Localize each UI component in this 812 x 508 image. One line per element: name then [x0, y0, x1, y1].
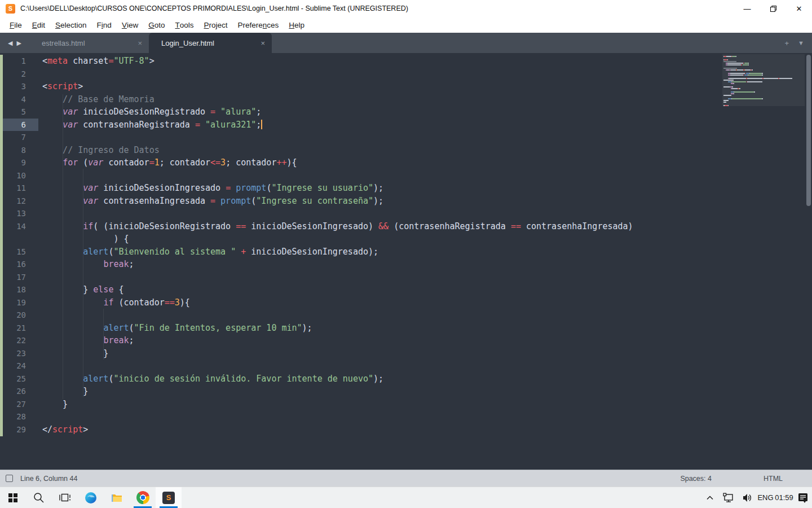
code-line[interactable]: 19 if (contador==3){	[0, 296, 812, 309]
code-line[interactable]: 18 } else {	[0, 283, 812, 296]
tab-estrellas[interactable]: estrellas.html ×	[29, 33, 149, 53]
indent-setting[interactable]: Spaces: 4	[680, 475, 712, 483]
code-line[interactable]: 5 var inicioDeSesionRegistrado = "alura"…	[0, 106, 812, 119]
line-number[interactable]: 13	[0, 207, 38, 220]
line-number[interactable]: 29	[0, 423, 38, 436]
menu-preferences[interactable]: Preferences	[233, 17, 284, 33]
line-number[interactable]: 24	[0, 360, 38, 373]
menu-find[interactable]: Find	[92, 17, 117, 33]
tab-close-icon[interactable]: ×	[138, 39, 142, 47]
vertical-scrollbar[interactable]	[806, 55, 811, 206]
code-line[interactable]: 12 var contrasenhaIngresada = prompt("In…	[0, 195, 812, 208]
line-number[interactable]: 21	[0, 322, 38, 335]
file-explorer-button[interactable]	[104, 487, 130, 508]
line-number[interactable]: 9	[0, 156, 38, 169]
line-number[interactable]: 26	[0, 385, 38, 398]
line-number[interactable]: 14	[0, 220, 38, 233]
line-number[interactable]: 22	[0, 334, 38, 347]
code-line[interactable]: 11 var inicioDeSesionIngresado = prompt(…	[0, 182, 812, 195]
code-line[interactable]: 16 break;	[0, 258, 812, 271]
code-line[interactable]: 10	[0, 169, 812, 182]
line-number[interactable]	[0, 233, 38, 246]
clock[interactable]: 01:59	[775, 493, 793, 502]
code-line[interactable]: 22 break;	[0, 334, 812, 347]
menu-selection[interactable]: Selection	[50, 17, 92, 33]
line-number[interactable]: 20	[0, 309, 38, 322]
line-number[interactable]: 8	[0, 144, 38, 157]
sublime-taskbar-button[interactable]: S	[156, 487, 182, 508]
line-number[interactable]: 16	[0, 258, 38, 271]
tray-expand-button[interactable]	[700, 492, 719, 503]
code-line[interactable]: 25 alert("inicio de sesión inválido. Fav…	[0, 373, 812, 386]
line-number[interactable]: 15	[0, 246, 38, 259]
line-number[interactable]: 10	[0, 169, 38, 182]
volume-button[interactable]	[738, 491, 756, 505]
menu-file[interactable]: File	[5, 17, 27, 33]
menu-edit[interactable]: Edit	[27, 17, 50, 33]
search-button[interactable]	[26, 487, 52, 508]
line-number[interactable]: 28	[0, 410, 38, 423]
code-line[interactable]: 21 alert("Fin de Intentos, esperar 10 mi…	[0, 322, 812, 335]
code-line[interactable]: 4 // Base de Memoria	[0, 93, 812, 106]
code-area[interactable]: 1<meta charset="UTF-8">23<script>4 // Ba…	[0, 55, 812, 436]
code-line[interactable]: 29</script>	[0, 423, 812, 436]
code-line[interactable]: 20	[0, 309, 812, 322]
code-line[interactable]: 26 }	[0, 385, 812, 398]
line-number[interactable]: 19	[0, 296, 38, 309]
code-line[interactable]: 2	[0, 68, 812, 81]
code-line[interactable]: 8 // Ingreso de Datos	[0, 144, 812, 157]
start-button[interactable]	[0, 487, 26, 508]
new-tab-button[interactable]: +	[785, 39, 789, 47]
code-line[interactable]: 28	[0, 410, 812, 423]
cursor-position[interactable]: Line 6, Column 44	[20, 475, 77, 483]
line-number[interactable]: 18	[0, 283, 38, 296]
minimap[interactable]	[722, 54, 805, 108]
line-number[interactable]: 6	[0, 119, 38, 132]
syntax-mode[interactable]: HTML	[764, 475, 783, 483]
code-line[interactable]: 15 alert("Bienvenido al sistema " + inic…	[0, 246, 812, 259]
menu-view[interactable]: View	[117, 17, 143, 33]
line-number[interactable]: 25	[0, 373, 38, 386]
menu-tools[interactable]: Tools	[170, 17, 198, 33]
prev-tab-button[interactable]: ◀	[8, 40, 12, 47]
line-number[interactable]: 11	[0, 182, 38, 195]
code-line[interactable]: 17	[0, 271, 812, 284]
menu-goto[interactable]: Goto	[143, 17, 170, 33]
edge-button[interactable]	[78, 487, 104, 508]
action-center-button[interactable]	[793, 491, 812, 505]
menu-help[interactable]: Help	[284, 17, 310, 33]
line-number[interactable]: 23	[0, 347, 38, 360]
code-line[interactable]: 23 }	[0, 347, 812, 360]
line-number[interactable]: 17	[0, 271, 38, 284]
close-button[interactable]: ✕	[786, 0, 812, 17]
tab-close-icon[interactable]: ×	[261, 39, 265, 47]
code-line[interactable]: 3<script>	[0, 80, 812, 93]
line-number[interactable]: 4	[0, 93, 38, 106]
code-line[interactable]: ) {	[0, 233, 812, 246]
editor-pane[interactable]: 1<meta charset="UTF-8">23<script>4 // Ba…	[0, 53, 812, 470]
task-view-button[interactable]	[52, 487, 78, 508]
line-number[interactable]: 3	[0, 80, 38, 93]
code-line[interactable]: 7	[0, 131, 812, 144]
code-line[interactable]: 13	[0, 207, 812, 220]
code-line[interactable]: 27 }	[0, 398, 812, 411]
line-number[interactable]: 5	[0, 106, 38, 119]
code-line[interactable]: 6 var contrasenhaRegistrada = "alura321"…	[0, 119, 812, 132]
network-button[interactable]	[719, 491, 738, 505]
code-line[interactable]: 24	[0, 360, 812, 373]
chrome-button[interactable]	[130, 487, 156, 508]
minimize-button[interactable]: —	[734, 0, 760, 17]
restore-button[interactable]	[760, 0, 786, 17]
code-line[interactable]: 1<meta charset="UTF-8">	[0, 55, 812, 68]
language-indicator[interactable]: ENG	[756, 493, 775, 502]
line-number[interactable]: 27	[0, 398, 38, 411]
code-line[interactable]: 14 if( (inicioDeSesionRegistrado == inic…	[0, 220, 812, 233]
line-number[interactable]: 7	[0, 131, 38, 144]
minimap-viewport[interactable]	[722, 54, 805, 106]
menu-project[interactable]: Project	[198, 17, 232, 33]
code-line[interactable]: 9 for (var contador=1; contador<=3; cont…	[0, 156, 812, 169]
line-number[interactable]: 2	[0, 68, 38, 81]
status-panel-icon[interactable]	[6, 475, 13, 482]
line-number[interactable]: 1	[0, 55, 38, 68]
next-tab-button[interactable]: ▶	[17, 40, 21, 47]
